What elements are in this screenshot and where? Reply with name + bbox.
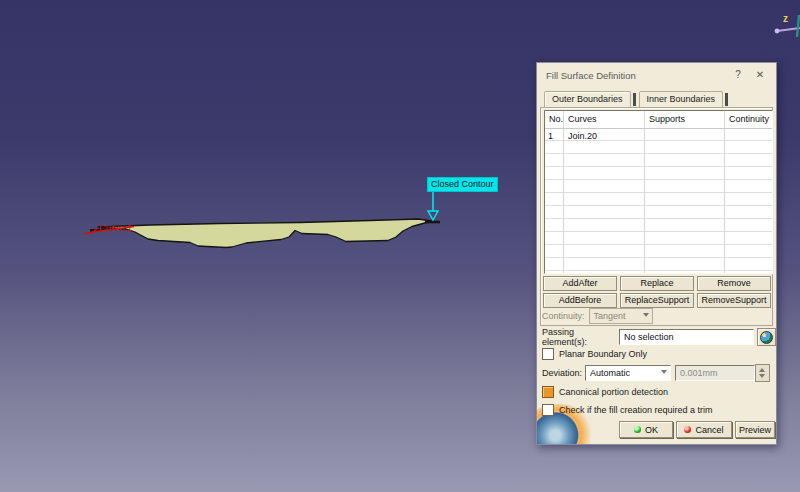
preview-label: Preview bbox=[739, 425, 771, 435]
tab-divider bbox=[633, 93, 636, 106]
boundary-edit-buttons: AddAfter Replace Remove AddBefore Replac… bbox=[543, 276, 771, 308]
ok-status-icon bbox=[634, 426, 641, 433]
ok-label: OK bbox=[645, 425, 658, 435]
continuity-label: Continuity: bbox=[542, 311, 585, 321]
compass-edge-axis bbox=[797, 15, 799, 37]
cancel-label: Cancel bbox=[695, 425, 723, 435]
row1-curves[interactable]: Join.20 bbox=[568, 131, 597, 141]
header-curves: Curves bbox=[568, 114, 597, 124]
dialog-title: Fill Surface Definition bbox=[546, 70, 636, 81]
replace-support-button[interactable]: ReplaceSupport bbox=[620, 293, 694, 308]
deviation-spinner[interactable] bbox=[755, 364, 770, 382]
boundary-tabs: Outer Boundaries Inner Boundaries bbox=[544, 91, 731, 107]
header-no: No. bbox=[549, 114, 563, 124]
passing-element-label: Passing element(s): bbox=[542, 327, 616, 347]
remove-support-button[interactable]: RemoveSupport bbox=[697, 293, 771, 308]
compass-origin-dot[interactable] bbox=[775, 29, 780, 34]
header-continuity: Continuity bbox=[729, 114, 769, 124]
close-icon[interactable]: ✕ bbox=[752, 67, 768, 83]
header-supports: Supports bbox=[649, 114, 685, 124]
globe-icon bbox=[760, 331, 773, 344]
replace-button[interactable]: Replace bbox=[620, 276, 694, 291]
add-before-button[interactable]: AddBefore bbox=[543, 293, 617, 308]
continuity-dropdown: Tangent bbox=[589, 308, 653, 324]
chevron-down-icon bbox=[661, 370, 667, 374]
canonical-portion-label: Canonical portion detection bbox=[559, 387, 668, 397]
remove-button[interactable]: Remove bbox=[697, 276, 771, 291]
cancel-button[interactable]: Cancel bbox=[676, 421, 732, 438]
trim-check-checkbox[interactable] bbox=[542, 404, 554, 416]
catia-viewport: Curve.1 z Closed Contour Fill Surface De… bbox=[0, 0, 800, 492]
curve-label: Curve.1 bbox=[99, 222, 132, 233]
boundaries-table[interactable]: No. Curves Supports Continuity 1 Join.20 bbox=[544, 110, 773, 274]
help-button[interactable]: ? bbox=[730, 67, 746, 83]
add-after-button[interactable]: AddAfter bbox=[543, 276, 617, 291]
ok-button[interactable]: OK bbox=[619, 421, 673, 438]
row1-no[interactable]: 1 bbox=[548, 131, 553, 141]
compass-z-label: z bbox=[783, 13, 788, 24]
deviation-label: Deviation: bbox=[542, 368, 582, 378]
tab-inner-boundaries[interactable]: Inner Boundaries bbox=[639, 91, 724, 107]
continuity-value: Tangent bbox=[594, 311, 626, 321]
annotation-arrowhead bbox=[428, 211, 438, 220]
canonical-portion-checkbox[interactable] bbox=[542, 386, 554, 398]
planar-boundary-checkbox[interactable] bbox=[542, 348, 554, 360]
table-row-lines bbox=[545, 128, 772, 273]
deviation-value-input: 0.001mm bbox=[675, 365, 755, 381]
trim-check-label: Check if the fill creation required a tr… bbox=[559, 405, 713, 415]
fill-surface-definition-dialog: Fill Surface Definition ? ✕ Outer Bounda… bbox=[536, 62, 777, 445]
deviation-mode-dropdown[interactable]: Automatic bbox=[585, 365, 671, 381]
passing-element-input[interactable]: No selection bbox=[619, 329, 754, 345]
tab-outer-boundaries[interactable]: Outer Boundaries bbox=[544, 91, 631, 107]
cancel-status-icon bbox=[684, 426, 691, 433]
fill-surface-shape[interactable] bbox=[98, 219, 432, 248]
deviation-mode-value: Automatic bbox=[590, 368, 630, 378]
planar-boundary-label: Planar Boundary Only bbox=[559, 349, 647, 359]
preview-button[interactable]: Preview bbox=[735, 421, 775, 438]
header-separator bbox=[545, 128, 772, 129]
closed-contour-annotation[interactable]: Closed Contour bbox=[427, 177, 498, 192]
passing-element-picker-button[interactable] bbox=[757, 328, 776, 346]
chevron-down-icon bbox=[643, 313, 649, 317]
tab-divider bbox=[725, 93, 728, 106]
